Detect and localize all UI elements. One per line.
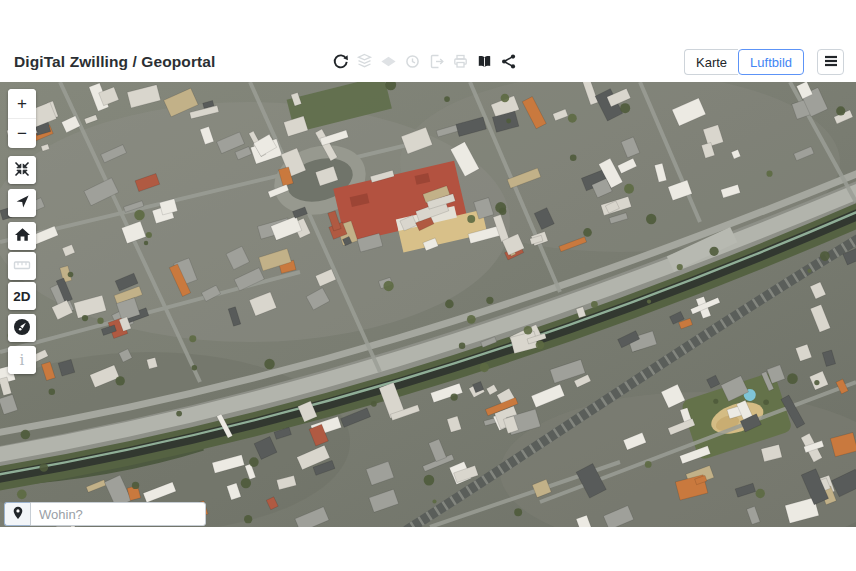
legend-button[interactable] bbox=[476, 51, 493, 72]
search-bar bbox=[4, 502, 206, 526]
layers-icon bbox=[356, 53, 373, 70]
toolbar bbox=[332, 51, 517, 72]
karte-button[interactable]: Karte bbox=[684, 49, 738, 75]
luftbild-button[interactable]: Luftbild bbox=[738, 49, 804, 75]
time-button[interactable] bbox=[404, 51, 421, 72]
info-button[interactable]: i bbox=[8, 346, 36, 374]
time-clock-icon bbox=[404, 53, 421, 70]
layers-button[interactable] bbox=[356, 51, 373, 72]
refresh-button[interactable] bbox=[332, 51, 349, 72]
zoom-out-button[interactable]: − bbox=[8, 119, 36, 148]
minus-icon: − bbox=[17, 125, 27, 142]
home-icon bbox=[14, 226, 31, 246]
search-input[interactable] bbox=[30, 502, 206, 526]
basemap-diamond-icon bbox=[380, 53, 397, 70]
map-pin-icon bbox=[12, 506, 24, 523]
share-icon bbox=[500, 53, 517, 70]
info-icon: i bbox=[20, 351, 25, 369]
search-pin-button[interactable] bbox=[4, 502, 30, 526]
location-arrow-icon bbox=[14, 193, 31, 213]
compass-icon bbox=[13, 318, 31, 339]
zoom-in-button[interactable]: + bbox=[8, 89, 36, 118]
export-button[interactable] bbox=[428, 51, 445, 72]
fit-extent-button[interactable] bbox=[8, 156, 36, 184]
refresh-icon bbox=[332, 53, 349, 70]
basemap-button[interactable] bbox=[380, 51, 397, 72]
ruler-icon bbox=[13, 256, 31, 277]
basemap-switch: Karte Luftbild bbox=[684, 49, 844, 75]
app-header: DigiTal Zwilling / Geoportal bbox=[0, 0, 856, 82]
legend-book-icon bbox=[476, 53, 493, 70]
geoportal-app: DigiTal Zwilling / Geoportal bbox=[0, 0, 856, 571]
home-button[interactable] bbox=[8, 222, 36, 250]
aerial-imagery bbox=[0, 82, 856, 527]
measure-button[interactable] bbox=[8, 252, 36, 280]
2d-label: 2D bbox=[13, 289, 30, 304]
aerial-map[interactable]: + − bbox=[0, 82, 856, 527]
share-button[interactable] bbox=[500, 51, 517, 72]
compass-button[interactable] bbox=[8, 314, 36, 342]
zoom-control-group: + − bbox=[8, 89, 36, 147]
menu-button[interactable] bbox=[817, 49, 844, 75]
print-button[interactable] bbox=[452, 51, 469, 72]
file-export-icon bbox=[428, 53, 445, 70]
compress-arrows-icon bbox=[13, 160, 31, 181]
plus-icon: + bbox=[17, 95, 27, 112]
hamburger-icon bbox=[824, 55, 838, 70]
app-title: DigiTal Zwilling / Geoportal bbox=[14, 53, 215, 71]
printer-icon bbox=[452, 53, 469, 70]
mode-2d-button[interactable]: 2D bbox=[8, 282, 36, 310]
locate-button[interactable] bbox=[8, 189, 36, 217]
